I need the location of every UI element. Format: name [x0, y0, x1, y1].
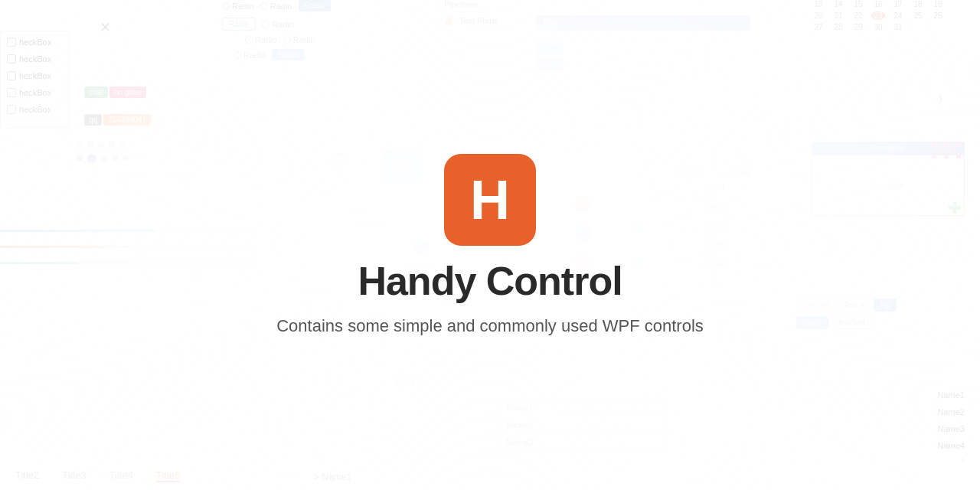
app-title: Handy Control: [358, 258, 622, 304]
logo-letter: H: [470, 172, 510, 227]
app-subtitle: Contains some simple and commonly used W…: [276, 316, 704, 336]
app-logo: H: [444, 154, 536, 246]
center-content: H Handy Control Contains some simple and…: [0, 0, 980, 490]
